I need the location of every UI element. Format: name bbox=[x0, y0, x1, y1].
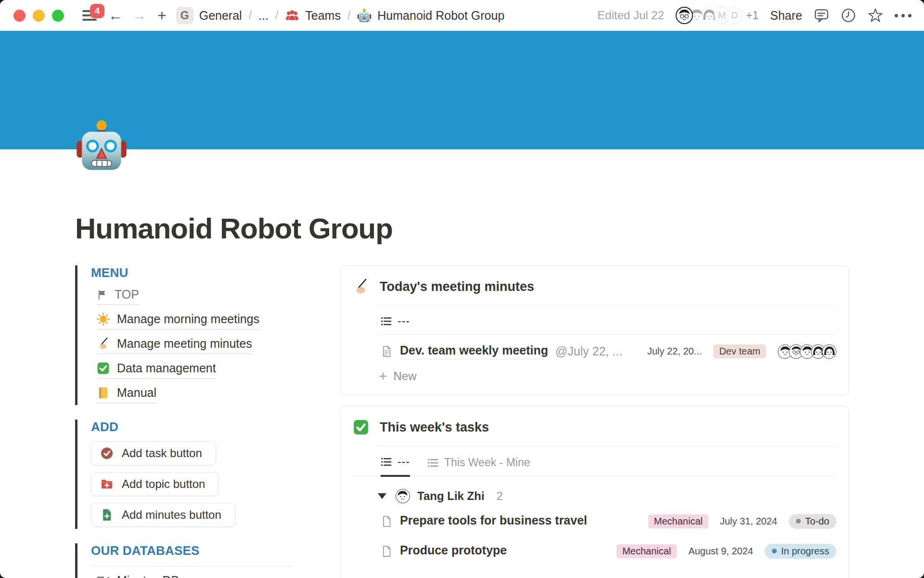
meeting-date-cell: July 22, 20... bbox=[647, 346, 702, 357]
attendee-avatars bbox=[778, 344, 836, 359]
list-view-icon bbox=[427, 457, 439, 469]
avatar-overflow-count[interactable]: +1 bbox=[746, 9, 758, 22]
flag-icon bbox=[97, 289, 107, 300]
task-row[interactable]: Produce prototype Mechanical August 9, 2… bbox=[340, 536, 848, 566]
due-date: August 9, 2024 bbox=[688, 546, 753, 557]
view-tabs: --- bbox=[340, 306, 848, 334]
green-check-icon bbox=[353, 419, 369, 435]
avatar[interactable] bbox=[676, 7, 693, 24]
menu-item-label: TOP bbox=[115, 288, 139, 302]
menu-item-manual[interactable]: Manual bbox=[91, 386, 306, 403]
divider bbox=[91, 566, 293, 566]
page-title[interactable]: Humanoid Robot Group bbox=[75, 212, 849, 245]
forward-arrow-icon[interactable]: → bbox=[132, 8, 147, 23]
close-button[interactable] bbox=[13, 10, 26, 22]
tab-this-week-mine[interactable]: This Week - Mine bbox=[427, 456, 530, 476]
file-plus-icon bbox=[100, 508, 114, 522]
zoom-button[interactable] bbox=[52, 10, 64, 22]
edited-timestamp: Edited Jul 22 bbox=[597, 9, 664, 22]
new-tab-icon[interactable]: + bbox=[157, 8, 167, 23]
add-section: ADD Add task button Add topic button Add… bbox=[75, 420, 306, 529]
database-item-label: Minutes DB bbox=[117, 574, 179, 578]
sun-icon bbox=[97, 313, 110, 326]
menu-item-meeting-minutes[interactable]: Manage meeting minutes bbox=[91, 337, 306, 354]
list-view-icon bbox=[381, 456, 392, 468]
page-content: Humanoid Robot Group MENU TOP bbox=[0, 149, 924, 578]
minimize-button[interactable] bbox=[33, 10, 45, 22]
right-column: Today's meeting minutes --- Dev. team we… bbox=[340, 265, 849, 578]
breadcrumb-root[interactable]: General bbox=[199, 9, 242, 23]
share-button[interactable]: Share bbox=[770, 9, 802, 23]
breadcrumb: G General / ... / Teams / Humanoid Robot… bbox=[176, 7, 505, 24]
meeting-title: Dev. team weekly meeting bbox=[400, 343, 548, 359]
workspace-icon[interactable]: G bbox=[176, 7, 193, 24]
menu-heading: MENU bbox=[91, 265, 306, 280]
favorite-star-icon[interactable] bbox=[868, 8, 883, 23]
add-button-label: Add minutes button bbox=[122, 508, 221, 522]
new-row-button[interactable]: + New bbox=[340, 362, 848, 395]
database-item-minutes-db[interactable]: Minutes DB bbox=[91, 574, 306, 578]
task-check-icon bbox=[100, 447, 114, 460]
status-dot-icon bbox=[772, 549, 777, 553]
menu-item-top[interactable]: TOP bbox=[91, 288, 306, 305]
list-view-icon bbox=[381, 315, 392, 327]
view-tabs: --- This Week - Mine bbox=[340, 447, 848, 476]
back-arrow-icon[interactable]: ← bbox=[108, 8, 123, 23]
breadcrumb-separator: / bbox=[274, 9, 279, 22]
add-topic-button[interactable]: Add topic button bbox=[91, 472, 219, 496]
assignee-avatar bbox=[396, 489, 410, 503]
breadcrumb-page[interactable]: Humanoid Robot Group bbox=[377, 9, 504, 23]
green-check-icon bbox=[97, 362, 110, 375]
task-title: Produce prototype bbox=[400, 543, 507, 559]
titlebar-actions: Edited Jul 22 M D +1 Share bbox=[597, 7, 911, 24]
status-badge: To-do bbox=[789, 514, 836, 529]
task-row[interactable]: Prepare tools for business travel Mechan… bbox=[340, 506, 848, 536]
breadcrumb-separator: / bbox=[248, 9, 253, 22]
add-task-button[interactable]: Add task button bbox=[91, 441, 216, 465]
document-icon bbox=[381, 345, 393, 357]
avatar-letter[interactable]: D bbox=[726, 7, 743, 24]
ledger-icon bbox=[97, 386, 110, 399]
sidebar-toggle-icon[interactable]: 4 bbox=[82, 8, 99, 23]
notification-badge: 4 bbox=[90, 4, 104, 18]
card-title: This week's tasks bbox=[380, 420, 489, 435]
plus-icon: + bbox=[379, 369, 387, 383]
presence-avatars: M D +1 bbox=[676, 7, 758, 24]
collapse-caret-icon[interactable] bbox=[378, 493, 386, 499]
history-clock-icon[interactable] bbox=[841, 8, 856, 23]
menu-item-label: Manage morning meetings bbox=[117, 312, 259, 326]
breadcrumb-teams[interactable]: Teams bbox=[305, 9, 341, 23]
meeting-date-mention: @July 22, ... bbox=[555, 344, 622, 358]
document-icon bbox=[381, 515, 393, 527]
card-title: Today's meeting minutes bbox=[380, 279, 534, 294]
databases-heading: OUR DATABASES bbox=[91, 543, 306, 558]
teams-icon bbox=[285, 9, 299, 22]
writing-hand-icon bbox=[97, 337, 110, 350]
tab-default-view[interactable]: --- bbox=[381, 315, 410, 334]
category-tag: Mechanical bbox=[648, 514, 708, 528]
page-icon-robot[interactable] bbox=[75, 118, 128, 171]
menu-item-label: Manual bbox=[117, 386, 156, 400]
page-cover bbox=[0, 31, 924, 149]
status-label: In progress bbox=[781, 546, 829, 557]
breadcrumb-collapsed[interactable]: ... bbox=[258, 9, 269, 23]
menu-item-morning-meetings[interactable]: Manage morning meetings bbox=[91, 312, 306, 329]
menu-item-data-management[interactable]: Data management bbox=[91, 361, 306, 379]
due-date: July 31, 2024 bbox=[720, 516, 777, 527]
task-title: Prepare tools for business travel bbox=[400, 513, 587, 529]
add-button-label: Add task button bbox=[122, 447, 202, 460]
tab-default-view[interactable]: --- bbox=[381, 455, 410, 477]
add-minutes-button[interactable]: Add minutes button bbox=[91, 503, 235, 527]
group-count: 2 bbox=[497, 489, 503, 503]
breadcrumb-separator: / bbox=[346, 9, 351, 22]
more-options-icon[interactable] bbox=[895, 14, 911, 17]
category-tag: Mechanical bbox=[616, 544, 677, 558]
status-label: To-do bbox=[805, 516, 829, 527]
comments-icon[interactable] bbox=[814, 8, 829, 23]
assignee-group-row[interactable]: Tang Lik Zhi 2 bbox=[340, 476, 848, 506]
document-icon bbox=[381, 545, 393, 557]
menu-section: MENU TOP Manage morning meetings bbox=[75, 265, 306, 405]
add-button-label: Add topic button bbox=[122, 477, 205, 491]
tab-label: --- bbox=[398, 315, 410, 328]
meeting-row[interactable]: Dev. team weekly meeting @July 22, ... J… bbox=[340, 335, 848, 362]
